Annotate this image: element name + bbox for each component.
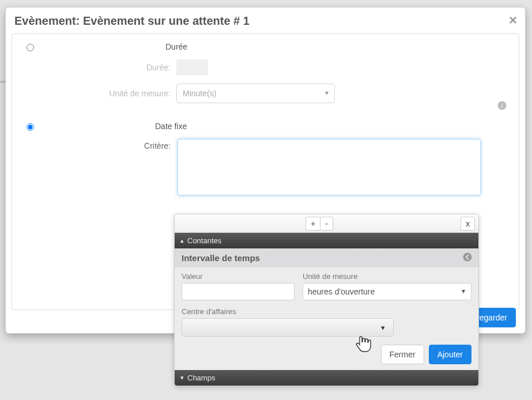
modal-close-button[interactable]: ×: [509, 13, 517, 27]
modal-header: Evènement: Evènement sur une attente # 1: [6, 7, 525, 33]
criteria-label: Critère:: [24, 139, 176, 150]
accordion-constants[interactable]: Contantes: [175, 233, 478, 248]
fixed-date-radio-row: Date fixe: [24, 122, 507, 131]
duration-radio[interactable]: [27, 44, 34, 51]
modal-title: Evènement: Evènement sur une attente # 1: [14, 14, 516, 28]
popup-close-x-button[interactable]: x: [461, 217, 475, 231]
accordion-fields[interactable]: Champs: [175, 370, 478, 386]
popup-plus-button[interactable]: +: [305, 217, 320, 231]
center-select[interactable]: [182, 318, 394, 337]
expression-popup: + - x Contantes Intervalle de temps Vale…: [174, 214, 479, 386]
back-icon[interactable]: [462, 252, 473, 265]
unit-row: Unité de mesure: Minute(s): [24, 84, 507, 103]
unit-label: Unité de mesure:: [24, 89, 176, 98]
fixed-date-label: Date fixe: [40, 122, 193, 131]
panel-body: Valeur Unité de mesure heures d'ouvertur…: [175, 267, 478, 339]
unit-select[interactable]: Minute(s): [176, 84, 335, 103]
svg-point-2: [463, 253, 472, 262]
popup-actions: Fermer Ajouter: [175, 339, 478, 370]
unit-select-value: Minute(s): [183, 89, 216, 98]
criteria-input[interactable]: [178, 139, 481, 195]
popup-unit-select[interactable]: heures d'ouverture: [303, 283, 471, 300]
popup-minus-button[interactable]: -: [320, 217, 333, 231]
duration-field-label: Durée:: [24, 63, 176, 72]
duration-radio-row: Durée: [24, 42, 507, 51]
popup-toolbar: + - x: [175, 214, 478, 233]
info-icon[interactable]: i: [497, 100, 507, 114]
duration-label: Durée: [40, 42, 193, 51]
center-label: Centre d'affaires: [182, 307, 471, 316]
duration-field-row: Durée:: [24, 59, 507, 76]
value-field-label: Valeur: [182, 272, 295, 281]
duration-input[interactable]: [176, 59, 208, 76]
popup-close-button[interactable]: Fermer: [381, 345, 424, 364]
value-input[interactable]: [182, 283, 295, 300]
popup-unit-label: Unité de mesure: [303, 272, 471, 281]
fixed-date-radio[interactable]: [27, 123, 34, 131]
panel-title: Intervalle de temps: [175, 248, 478, 267]
popup-add-button[interactable]: Ajouter: [429, 345, 471, 364]
criteria-row: Critère:: [24, 139, 507, 195]
